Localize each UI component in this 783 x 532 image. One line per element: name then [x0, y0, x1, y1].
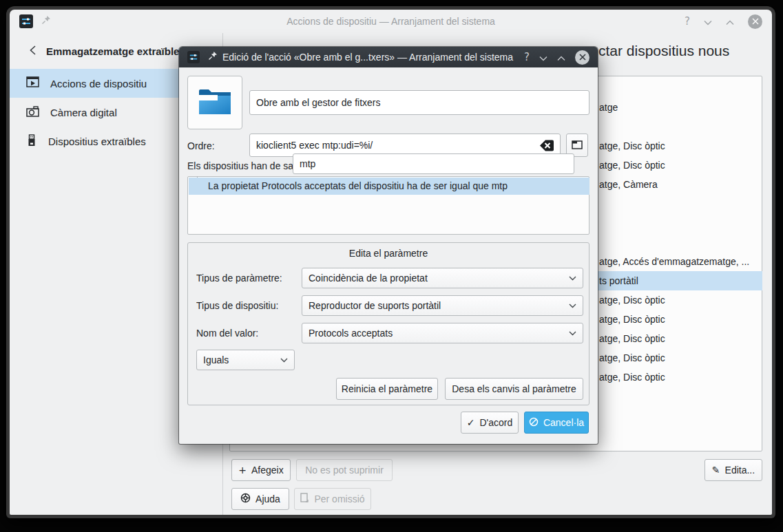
- delete-button-disabled: No es pot suprimir: [296, 459, 393, 481]
- help-button[interactable]: ?: [524, 51, 530, 63]
- parameter-type-combobox[interactable]: Coincidència de la propietat: [302, 268, 583, 288]
- close-button[interactable]: [748, 14, 762, 29]
- device-actions-icon: [26, 76, 39, 90]
- maximize-button[interactable]: [557, 52, 565, 63]
- system-settings-app-icon: [19, 14, 33, 28]
- cancel-icon: [529, 417, 539, 429]
- pencil-icon: ✎: [712, 465, 720, 476]
- parameter-tree[interactable]: La propietat Protocols acceptats del dis…: [187, 176, 589, 235]
- chevron-down-icon: [569, 276, 576, 281]
- save-parameter-button[interactable]: Desa els canvis al paràmetre: [445, 378, 583, 400]
- usb-drive-icon: [26, 134, 37, 149]
- parameter-value-input[interactable]: [293, 153, 574, 174]
- screen: Accions de dispositiu — Arranjament del …: [0, 0, 783, 532]
- sidebar-item-label: Càmera digital: [50, 107, 117, 118]
- defaults-icon: [300, 493, 309, 505]
- main-window-title: Accions de dispositiu — Arranjament del …: [10, 16, 772, 27]
- plus-icon: +: [238, 465, 247, 476]
- close-button[interactable]: [575, 50, 589, 65]
- page-title: ctar dispositius nous: [598, 43, 729, 59]
- folder-icon: [197, 86, 233, 119]
- sidebar-item-label: Accions de dispositiu: [50, 78, 147, 89]
- edit-button[interactable]: ✎ Edita...: [704, 459, 762, 481]
- system-settings-app-icon: [187, 51, 200, 63]
- chevron-down-icon: [569, 331, 576, 336]
- maximize-button[interactable]: [726, 16, 734, 28]
- reset-parameter-button[interactable]: Reinicia el paràmetre: [336, 378, 438, 400]
- pin-icon[interactable]: [208, 51, 218, 63]
- sidebar-item-label: Dispositius extraïbles: [48, 136, 146, 147]
- defaults-button-disabled: Per omissió: [294, 488, 371, 510]
- parameter-type-label: Tipus de paràmetre:: [196, 273, 282, 284]
- check-icon: ✓: [467, 417, 475, 428]
- lifebuoy-icon: [240, 493, 251, 505]
- action-icon-button[interactable]: [187, 76, 242, 129]
- help-button-bottom[interactable]: Ajuda: [231, 488, 289, 510]
- edit-parameter-groupbox: Edita el paràmetre Tipus de paràmetre: C…: [187, 242, 589, 405]
- command-label: Ordre:: [187, 140, 215, 151]
- back-icon[interactable]: [29, 45, 36, 58]
- dialog-title: Edició de l'acció «Obre amb el g...txers…: [207, 52, 529, 63]
- dialog-titlebar: Edició de l'acció «Obre amb el g...txers…: [179, 47, 598, 67]
- value-name-label: Nom del valor:: [196, 328, 258, 339]
- device-type-label: Tipus de dispositiu:: [196, 300, 278, 311]
- clear-text-icon[interactable]: [532, 138, 556, 153]
- sidebar-header-label: Emmagatzematge extraïble: [46, 45, 179, 57]
- camera-icon: [26, 106, 39, 119]
- chevron-down-icon: [569, 304, 576, 308]
- open-folder-icon: [572, 140, 583, 151]
- main-titlebar: Accions de dispositiu — Arranjament del …: [10, 10, 772, 33]
- cancel-button[interactable]: Cancel·la: [524, 412, 589, 434]
- device-type-combobox[interactable]: Reproductor de suports portàtil: [302, 295, 583, 316]
- edit-action-dialog: Edició de l'acció «Obre amb el g...txers…: [179, 47, 598, 444]
- minimize-button[interactable]: [704, 16, 712, 28]
- groupbox-title: Edita el paràmetre: [188, 248, 589, 259]
- operator-combobox[interactable]: Iguals: [196, 350, 295, 370]
- parameter-tree-item-selected[interactable]: La propietat Protocols acceptats del dis…: [189, 178, 589, 195]
- chevron-down-icon: [280, 358, 288, 363]
- minimize-button[interactable]: [539, 52, 547, 63]
- ok-button[interactable]: ✓ D'acord: [461, 412, 519, 434]
- help-button[interactable]: ?: [685, 15, 690, 28]
- action-name-input[interactable]: [249, 90, 589, 115]
- value-name-combobox[interactable]: Protocols acceptats: [302, 323, 583, 343]
- pin-icon[interactable]: [41, 15, 51, 28]
- add-button[interactable]: + Afegeix: [231, 459, 291, 481]
